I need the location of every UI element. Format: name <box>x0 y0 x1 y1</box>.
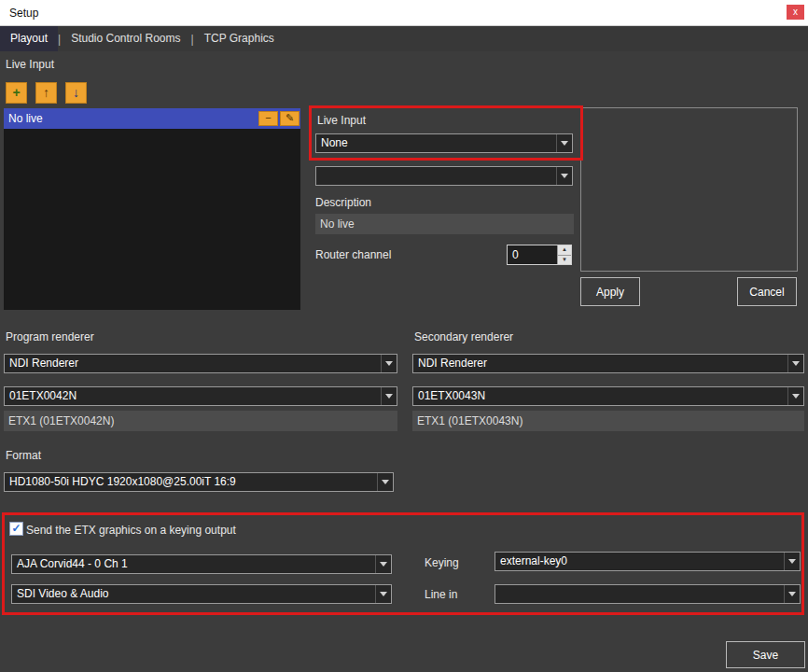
program-device-value: 01ETX0042N <box>9 389 77 402</box>
program-renderer-label: Program renderer <box>6 330 94 343</box>
format-dropdown[interactable]: HD1080-50i HDYC 1920x1080@25.00iT 16:9 <box>4 472 394 492</box>
apply-button[interactable]: Apply <box>580 277 640 306</box>
spinner-up-icon[interactable]: ▲ <box>557 245 571 255</box>
secondary-device-value: 01ETX0043N <box>418 389 485 402</box>
line-in-label: Line in <box>425 588 457 601</box>
chevron-down-icon <box>381 387 397 405</box>
arrow-down-icon: ↓ <box>73 85 79 100</box>
list-item-label: No live <box>8 112 43 125</box>
secondary-renderer-label: Secondary renderer <box>414 330 513 343</box>
live-input-sub-dropdown[interactable] <box>315 166 573 186</box>
secondary-renderer-description: ETX1 (01ETX0043N) <box>412 411 804 431</box>
spinner-buttons: ▲ ▼ <box>557 245 571 264</box>
chevron-down-icon <box>784 585 800 603</box>
program-renderer-value: NDI Renderer <box>9 357 78 370</box>
secondary-renderer-value: NDI Renderer <box>418 357 487 370</box>
live-input-field-label: Live Input <box>317 114 366 127</box>
list-item[interactable]: No live − ✎ <box>4 108 300 129</box>
live-input-dropdown[interactable]: None <box>315 133 573 153</box>
router-channel-value: 0 <box>512 245 519 264</box>
plus-icon: + <box>12 85 20 100</box>
keying-output-dropdown[interactable]: external-key0 <box>495 552 801 571</box>
keying-output-checkbox[interactable]: ✓ <box>9 522 23 536</box>
live-input-list: No live − ✎ <box>4 108 300 310</box>
keying-device-value: AJA Corvid44 - 0 Ch 1 <box>17 557 128 570</box>
window-title: Setup <box>9 7 38 20</box>
setup-window: Setup x Playout | Studio Control Rooms |… <box>0 0 808 672</box>
chevron-down-icon <box>787 387 803 405</box>
pencil-icon: ✎ <box>286 112 294 123</box>
chevron-down-icon <box>556 134 572 152</box>
edit-button[interactable]: ✎ <box>280 111 300 126</box>
move-up-button[interactable]: ↑ <box>35 82 57 104</box>
live-input-dropdown-value: None <box>321 136 348 149</box>
chevron-down-icon <box>375 585 391 603</box>
cancel-button[interactable]: Cancel <box>737 277 797 306</box>
keying-output-value: external-key0 <box>500 554 567 567</box>
program-renderer-dropdown[interactable]: NDI Renderer <box>4 354 397 373</box>
line-in-dropdown[interactable] <box>495 584 801 604</box>
keying-checkbox-label: Send the ETX graphics on a keying output <box>26 524 236 537</box>
keying-mode-dropdown[interactable]: SDI Video & Audio <box>11 584 392 604</box>
description-label: Description <box>315 196 371 209</box>
format-value: HD1080-50i HDYC 1920x1080@25.00iT 16:9 <box>9 475 236 488</box>
chevron-down-icon <box>556 167 572 185</box>
keying-device-dropdown[interactable]: AJA Corvid44 - 0 Ch 1 <box>11 554 392 574</box>
minus-icon: − <box>265 112 271 123</box>
router-channel-label: Router channel <box>315 248 391 261</box>
check-icon: ✓ <box>11 522 21 535</box>
chevron-down-icon <box>377 473 393 491</box>
arrow-up-icon: ↑ <box>43 85 49 100</box>
tab-playout[interactable]: Playout <box>0 26 58 51</box>
chevron-down-icon <box>381 355 397 372</box>
add-button[interactable]: + <box>6 82 27 104</box>
description-field: No live <box>315 214 574 234</box>
spinner-down-icon[interactable]: ▼ <box>557 255 571 264</box>
chevron-down-icon <box>375 555 391 573</box>
close-icon[interactable]: x <box>787 5 804 20</box>
title-bar: Setup x <box>0 0 808 26</box>
program-device-dropdown[interactable]: 01ETX0042N <box>4 386 397 406</box>
chevron-down-icon <box>787 355 803 372</box>
chevron-down-icon <box>784 553 800 570</box>
live-input-section-label: Live Input <box>6 58 54 71</box>
keying-mode-value: SDI Video & Audio <box>17 587 109 600</box>
remove-button[interactable]: − <box>258 111 278 126</box>
preview-panel <box>580 107 798 272</box>
keying-label: Keying <box>425 556 459 569</box>
tab-bar: Playout | Studio Control Rooms | TCP Gra… <box>0 26 808 51</box>
save-button[interactable]: Save <box>726 641 805 668</box>
format-label: Format <box>6 449 41 462</box>
secondary-renderer-dropdown[interactable]: NDI Renderer <box>412 354 804 373</box>
tab-tcp-graphics[interactable]: TCP Graphics <box>194 26 285 51</box>
tab-studio-control-rooms[interactable]: Studio Control Rooms <box>61 26 190 51</box>
program-renderer-description: ETX1 (01ETX0042N) <box>4 411 397 431</box>
router-channel-stepper[interactable]: 0 ▲ ▼ <box>507 245 572 265</box>
secondary-device-dropdown[interactable]: 01ETX0043N <box>412 386 804 406</box>
move-down-button[interactable]: ↓ <box>65 82 87 104</box>
